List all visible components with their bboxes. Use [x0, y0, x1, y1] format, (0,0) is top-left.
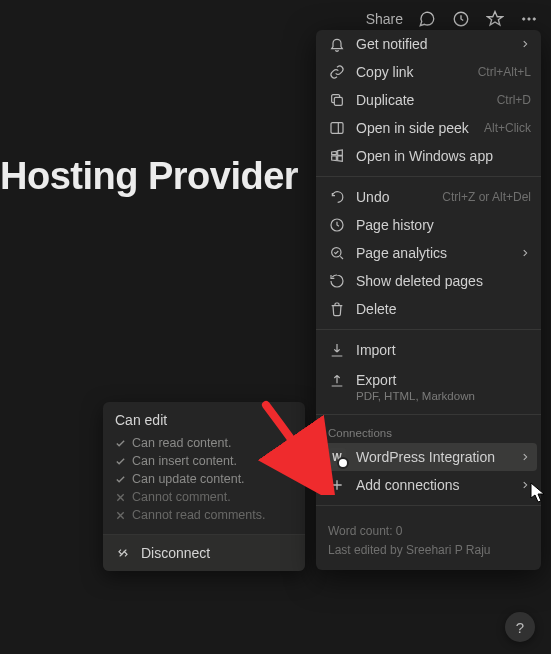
duplicate-icon — [328, 91, 346, 109]
page-context-menu: Get notified Copy link Ctrl+Alt+L Duplic… — [316, 30, 541, 570]
menu-label: Open in side peek — [356, 120, 474, 136]
menu-label: Export — [356, 372, 531, 388]
svg-rect-5 — [331, 123, 343, 134]
permission-item: Can insert content. — [115, 452, 293, 470]
disconnect-button[interactable]: Disconnect — [103, 534, 305, 571]
permission-item: Cannot read comments. — [115, 506, 293, 524]
permission-label: Cannot comment. — [132, 490, 231, 504]
menu-shortcut: Ctrl+Alt+L — [478, 65, 531, 79]
menu-divider — [316, 414, 541, 415]
share-button[interactable]: Share — [366, 11, 403, 27]
export-sub-label: PDF, HTML, Markdown — [316, 390, 541, 408]
svg-point-3 — [533, 18, 535, 20]
permission-item: Can read content. — [115, 434, 293, 452]
sidepeek-icon — [328, 119, 346, 137]
menu-item-wordpress-integration[interactable]: W WordPress Integration — [320, 443, 537, 471]
menu-item-import[interactable]: Import — [316, 336, 541, 364]
menu-item-duplicate[interactable]: Duplicate Ctrl+D — [316, 86, 541, 114]
permissions-list: Can read content. Can insert content. Ca… — [103, 434, 305, 534]
menu-shortcut: Ctrl+D — [497, 93, 531, 107]
analytics-icon — [328, 244, 346, 262]
plus-icon — [328, 476, 346, 494]
page-title: Hosting Provider — [0, 155, 298, 198]
menu-item-export[interactable]: Export — [316, 364, 541, 392]
permission-item: Can update content. — [115, 470, 293, 488]
svg-point-1 — [523, 18, 525, 20]
menu-divider — [316, 329, 541, 330]
svg-point-2 — [528, 18, 530, 20]
menu-item-add-connections[interactable]: Add connections — [316, 471, 541, 499]
history-icon — [328, 216, 346, 234]
permissions-popover: Can edit Can read content. Can insert co… — [103, 402, 305, 571]
chevron-right-icon — [519, 480, 531, 490]
menu-label: Import — [356, 342, 531, 358]
updates-icon[interactable] — [451, 9, 471, 29]
menu-label: Get notified — [356, 36, 509, 52]
menu-label: WordPress Integration — [356, 449, 509, 465]
menu-shortcut: Alt+Click — [484, 121, 531, 135]
menu-label: Page analytics — [356, 245, 509, 261]
help-button[interactable]: ? — [505, 612, 535, 642]
permission-label: Cannot read comments. — [132, 508, 265, 522]
last-edited: Last edited by Sreehari P Raju — [328, 541, 529, 560]
menu-item-copy-link[interactable]: Copy link Ctrl+Alt+L — [316, 58, 541, 86]
menu-divider — [316, 176, 541, 177]
word-count: Word count: 0 — [328, 522, 529, 541]
comments-icon[interactable] — [417, 9, 437, 29]
menu-item-page-analytics[interactable]: Page analytics — [316, 239, 541, 267]
chevron-right-icon — [519, 452, 531, 462]
menu-item-get-notified[interactable]: Get notified — [316, 30, 541, 58]
disconnect-label: Disconnect — [141, 545, 210, 561]
menu-label: Open in Windows app — [356, 148, 531, 164]
menu-label: Copy link — [356, 64, 468, 80]
menu-divider — [316, 505, 541, 506]
permission-label: Can read content. — [132, 436, 231, 450]
wordpress-icon: W — [328, 448, 346, 466]
more-icon[interactable] — [519, 9, 539, 29]
export-icon — [328, 371, 346, 389]
restore-icon — [328, 272, 346, 290]
windows-icon — [328, 147, 346, 165]
menu-label: Undo — [356, 189, 432, 205]
permission-label: Can update content. — [132, 472, 245, 486]
chevron-right-icon — [519, 39, 531, 49]
menu-item-show-deleted[interactable]: Show deleted pages — [316, 267, 541, 295]
chevron-right-icon — [519, 248, 531, 258]
menu-label: Show deleted pages — [356, 273, 531, 289]
menu-label: Delete — [356, 301, 531, 317]
import-icon — [328, 341, 346, 359]
menu-item-windows-app[interactable]: Open in Windows app — [316, 142, 541, 170]
connections-header: Connections — [316, 421, 541, 443]
menu-label: Duplicate — [356, 92, 487, 108]
menu-item-delete[interactable]: Delete — [316, 295, 541, 323]
permissions-header: Can edit — [103, 402, 305, 434]
menu-label: Page history — [356, 217, 531, 233]
menu-item-undo[interactable]: Undo Ctrl+Z or Alt+Del — [316, 183, 541, 211]
permission-item: Cannot comment. — [115, 488, 293, 506]
menu-footer: Word count: 0 Last edited by Sreehari P … — [316, 512, 541, 560]
menu-item-page-history[interactable]: Page history — [316, 211, 541, 239]
bell-icon — [328, 35, 346, 53]
menu-label: Add connections — [356, 477, 509, 493]
menu-item-side-peek[interactable]: Open in side peek Alt+Click — [316, 114, 541, 142]
svg-rect-4 — [334, 97, 342, 105]
link-icon — [328, 63, 346, 81]
permission-label: Can insert content. — [132, 454, 237, 468]
trash-icon — [328, 300, 346, 318]
favorite-icon[interactable] — [485, 9, 505, 29]
menu-shortcut: Ctrl+Z or Alt+Del — [442, 190, 531, 204]
undo-icon — [328, 188, 346, 206]
